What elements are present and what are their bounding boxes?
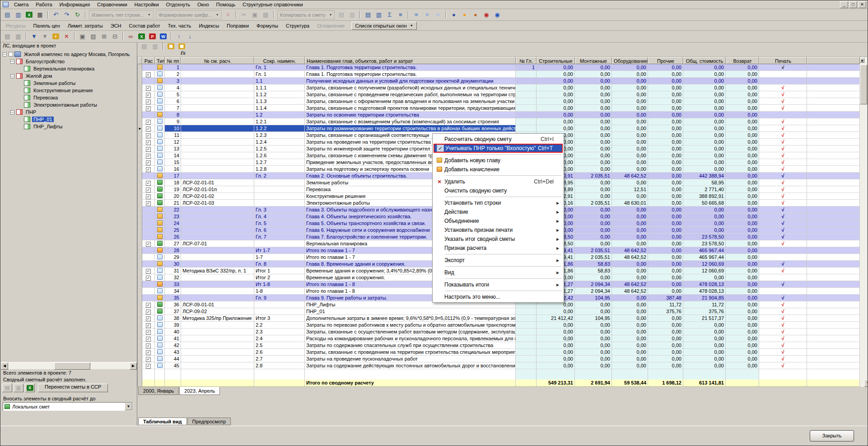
panel-button[interactable]: Ресурсы — [2, 22, 29, 30]
row-checkbox[interactable]: ✓ — [146, 147, 151, 152]
menu-item[interactable]: Окно — [194, 1, 213, 8]
scroll-right-arrow-icon[interactable]: ▶ — [130, 362, 137, 370]
row-checkbox[interactable]: ✓ — [146, 72, 151, 77]
context-menu-item[interactable]: Установить признак печати▶ — [434, 225, 563, 235]
table-row[interactable]: ✓71.1.4Затраты, связанные с подготовкой … — [138, 105, 860, 112]
scroll-down-arrow-icon[interactable]: ▼ — [864, 380, 868, 387]
column-header[interactable]: Возврат — [726, 57, 759, 64]
column-header[interactable]: Монтажные — [575, 57, 612, 64]
context-menu-item[interactable]: Признак расчета▶ — [434, 244, 563, 253]
context-menu-item[interactable]: Вид▶ — [434, 268, 563, 277]
panel-button[interactable]: Тех. часть — [164, 22, 195, 30]
panel-button[interactable]: ЭСН — [107, 22, 125, 30]
transport-icon[interactable]: ● — [448, 10, 459, 19]
column-header[interactable]: Сокр. наимен. — [254, 57, 305, 64]
row-checkbox[interactable]: ✓ — [146, 201, 151, 206]
column-header[interactable]: Оборудование — [612, 57, 648, 64]
row-checkbox[interactable]: ✓ — [146, 127, 151, 131]
transfer-up-icon[interactable]: ▤ — [2, 384, 12, 392]
spectacles-icon[interactable]: ∞ — [126, 32, 136, 41]
row-checkbox[interactable]: ✓ — [146, 99, 151, 104]
preview-icon[interactable]: ▥ — [13, 32, 23, 41]
panel-button[interactable]: Состав работ — [126, 22, 164, 30]
tree-item[interactable]: Вертикальная планировка — [1, 65, 137, 72]
open-document-icon[interactable]: ▥ — [13, 10, 23, 19]
column-header[interactable]: Тип — [155, 57, 165, 64]
period-tab[interactable]: 2023, Апрель — [179, 387, 220, 395]
table-view-icon[interactable]: ▤ — [2, 32, 13, 41]
close-button[interactable]: Закрыть — [810, 430, 854, 441]
table-row[interactable]: ►✓101.2.2Затраты по разминированию терри… — [138, 125, 860, 132]
context-menu-item[interactable]: ✕УдалитьCtrl+Del — [434, 177, 563, 186]
tree-item[interactable]: ПНР_01 — [1, 116, 137, 123]
move-down-icon[interactable]: ↓ — [185, 32, 195, 41]
column-header[interactable]: Наименование глав, объектов, работ и зат… — [305, 57, 516, 64]
code-format-dropdown[interactable]: Формирование шифр...▼ — [156, 10, 222, 19]
new-document-icon[interactable]: ▤ — [2, 10, 13, 19]
row-checkbox[interactable]: ✓ — [146, 167, 151, 172]
totals-icon[interactable]: Σ — [384, 10, 395, 19]
tree-item[interactable]: −Жилой комплекс по адресу Москва, Погоре… — [1, 51, 137, 58]
sun-icon[interactable]: ● — [459, 10, 470, 19]
panel-button[interactable]: Формулы — [253, 22, 282, 30]
row-checkbox[interactable]: ✓ — [146, 188, 151, 192]
transfer-excel-icon[interactable]: X — [25, 384, 35, 392]
row-checkbox[interactable]: ✓ — [146, 86, 151, 91]
save-icon[interactable]: ▦ — [177, 42, 187, 51]
context-menu-item[interactable]: Действие▶ — [434, 207, 563, 216]
row-checkbox[interactable]: ✓ — [146, 133, 151, 138]
panel-button[interactable]: Лимит. затраты — [64, 22, 107, 30]
table-row[interactable]: ✓402.3Затраты, связанные с осуществление… — [138, 329, 860, 335]
copy-to-estimate-dropdown[interactable]: Копировать в смету▼ — [277, 10, 335, 19]
row-checkbox[interactable]: ✓ — [146, 120, 151, 125]
open-windows-dropdown[interactable]: Список открытых окон▼ — [351, 22, 416, 30]
row-checkbox[interactable]: ✓ — [146, 242, 151, 247]
close-window-button[interactable]: ✕ — [858, 1, 866, 8]
row-checkbox[interactable]: ✓ — [146, 140, 151, 145]
column-header[interactable]: Общ. стоимость — [683, 57, 726, 64]
ungroup-icon[interactable]: ⊟ — [110, 32, 120, 41]
panel-button[interactable]: Индексы — [195, 22, 223, 30]
row-checkbox[interactable]: ✓ — [146, 350, 151, 355]
panel-button[interactable]: Поправки — [223, 22, 252, 30]
column-header[interactable]: № пп — [165, 57, 181, 64]
copy-doc-icon[interactable]: ▤ — [336, 10, 346, 19]
context-menu-item[interactable]: Добавить новую главу — [434, 156, 563, 165]
row-checkbox[interactable]: ✓ — [146, 194, 151, 199]
column-header[interactable] — [138, 57, 142, 64]
tree-expand-icon[interactable]: − — [10, 60, 14, 64]
outline-level3-icon[interactable]: ≡ — [433, 10, 443, 19]
row-checkbox[interactable]: ✓ — [146, 269, 151, 274]
open-folder-icon[interactable]: ▣ — [166, 42, 176, 51]
menu-item[interactable]: Структурные справочники — [239, 1, 306, 8]
transfer-estimates-button[interactable]: Перенести сметы в ССР — [38, 384, 108, 392]
context-menu-item[interactable]: Показывать итоги▶ — [434, 280, 563, 289]
menu-item[interactable]: Настройки — [131, 1, 163, 8]
table-row[interactable]: ✓91.2.1Затраты, связанные с возмещением … — [138, 118, 860, 125]
row-checkbox[interactable]: ✓ — [146, 154, 151, 159]
refresh-icon[interactable]: ↻ — [72, 10, 83, 19]
row-checkbox[interactable]: ✓ — [146, 337, 151, 342]
context-menu-item[interactable]: Очистить сводную смету — [434, 186, 563, 195]
panel-button[interactable]: Панель цен — [29, 22, 63, 30]
column-header[interactable]: Рас — [142, 57, 155, 64]
filter-icon[interactable]: ▼ — [29, 32, 39, 41]
row-checkbox[interactable]: ✓ — [146, 276, 151, 281]
row-checkbox[interactable]: ✓ — [146, 357, 151, 362]
table-row[interactable]: ✓51.1.2Затраты, связанные с проведением … — [138, 91, 860, 98]
restore-button[interactable]: □ — [849, 1, 857, 8]
scroll-up-arrow-icon[interactable]: ▲ — [860, 58, 864, 63]
row-type-dropdown[interactable]: Изменить тип строки...▼ — [89, 10, 154, 19]
panel-button[interactable]: Оглавление — [313, 22, 348, 30]
layers-blue-icon[interactable]: ◉ — [492, 10, 502, 19]
context-menu-item[interactable]: Указать итог сводной сметы▶ — [434, 235, 563, 244]
menu-item[interactable]: Информация — [56, 1, 93, 8]
tree-expand-icon[interactable]: − — [3, 52, 7, 56]
table-row[interactable]: ✓37ЛСР-09-02ПНР_010,000,000,00375,76375,… — [138, 308, 860, 315]
tree-expand-icon[interactable]: − — [10, 110, 14, 114]
estimate-params-icon[interactable]: ▥ — [373, 10, 384, 19]
clear-icon[interactable]: ✕ — [223, 10, 233, 19]
minimize-button[interactable]: _ — [840, 1, 848, 8]
scroll-track[interactable] — [8, 362, 130, 369]
group-icon[interactable]: ⊞ — [99, 32, 109, 41]
